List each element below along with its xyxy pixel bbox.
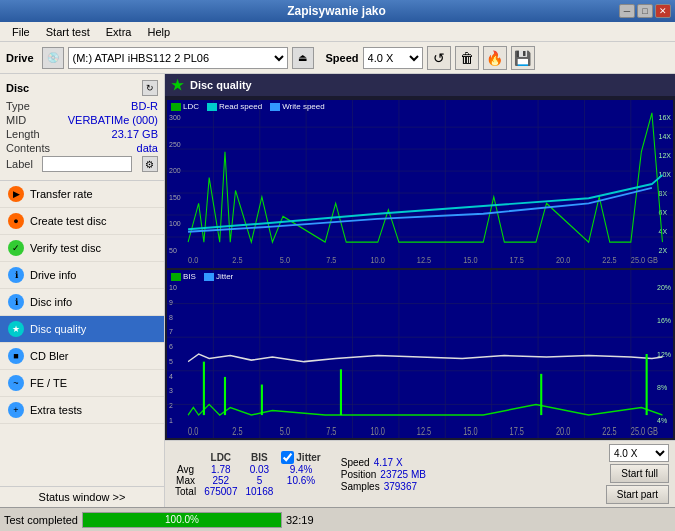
start-part-button[interactable]: Start part: [606, 485, 669, 504]
speed-select[interactable]: 4.0 X: [363, 47, 423, 69]
sidebar-item-create-test-disc[interactable]: ● Create test disc: [0, 208, 164, 235]
chart2: BIS Jitter 20% 16% 12% 8% 4% 10 9 8 7: [167, 270, 673, 438]
quality-header: ★ Disc quality: [165, 74, 675, 96]
menu-extra[interactable]: Extra: [98, 24, 140, 40]
speed-info: Speed 4.17 X Position 23725 MB Samples 3…: [341, 457, 426, 492]
window-title: Zapisywanie jako: [54, 4, 619, 18]
eject-button[interactable]: ⏏: [292, 47, 314, 69]
disc-type-value: BD-R: [131, 100, 158, 112]
svg-text:2.5: 2.5: [232, 255, 243, 265]
samples-val: 379367: [384, 481, 417, 492]
menu-start-test[interactable]: Start test: [38, 24, 98, 40]
total-ldc: 675007: [200, 486, 241, 497]
nav-items: ▶ Transfer rate ● Create test disc ✓ Ver…: [0, 181, 164, 424]
save-button[interactable]: 💾: [511, 46, 535, 70]
sidebar-item-disc-quality[interactable]: ★ Disc quality: [0, 316, 164, 343]
svg-text:17.5: 17.5: [510, 426, 524, 438]
sidebar-item-extra-tests[interactable]: + Extra tests: [0, 397, 164, 424]
speed-row: Speed 4.17 X: [341, 457, 426, 468]
disc-contents-value: data: [137, 142, 158, 154]
chart1: LDC Read speed Write speed 16X 14X 12X 1…: [167, 100, 673, 268]
disc-label-input[interactable]: [42, 156, 132, 172]
label-gear-button[interactable]: ⚙: [142, 156, 158, 172]
stats-col-empty: [171, 451, 200, 464]
speed-val: 4.17 X: [374, 457, 403, 468]
legend-read-speed-label: Read speed: [219, 102, 262, 111]
chart1-legend: LDC Read speed Write speed: [171, 102, 325, 111]
legend-bis: BIS: [171, 272, 196, 281]
samples-row: Samples 379367: [341, 481, 426, 492]
samples-key: Samples: [341, 481, 380, 492]
svg-text:5.0: 5.0: [280, 255, 291, 265]
position-key: Position: [341, 469, 377, 480]
disc-mid-label: MID: [6, 114, 26, 126]
transfer-rate-icon: ▶: [8, 186, 24, 202]
svg-text:22.5: 22.5: [602, 255, 617, 265]
avg-label: Avg: [171, 464, 200, 475]
speed-label: Speed: [326, 52, 359, 64]
max-label: Max: [171, 475, 200, 486]
svg-text:7.5: 7.5: [326, 426, 336, 438]
svg-text:2.5: 2.5: [232, 426, 242, 438]
svg-text:20.0: 20.0: [556, 426, 570, 438]
sidebar: Disc ↻ Type BD-R MID VERBATIMe (000) Len…: [0, 74, 165, 507]
main-layout: Disc ↻ Type BD-R MID VERBATIMe (000) Len…: [0, 74, 675, 507]
total-label: Total: [171, 486, 200, 497]
legend-write-speed-label: Write speed: [282, 102, 325, 111]
drive-select[interactable]: (M:) ATAPI iHBS112 2 PL06: [68, 47, 288, 69]
avg-ldc: 1.78: [200, 464, 241, 475]
disc-section: Disc ↻ Type BD-R MID VERBATIMe (000) Len…: [0, 74, 164, 181]
chart2-svg: 0.0 2.5 5.0 7.5 10.0 12.5 15.0 17.5 20.0…: [167, 270, 673, 438]
burn-button[interactable]: 🔥: [483, 46, 507, 70]
sidebar-item-verify-test-disc[interactable]: ✓ Verify test disc: [0, 235, 164, 262]
svg-text:20.0: 20.0: [556, 255, 571, 265]
jitter-label: Jitter: [296, 452, 320, 463]
start-full-button[interactable]: Start full: [610, 464, 669, 483]
maximize-button[interactable]: □: [637, 4, 653, 18]
sidebar-item-disc-info[interactable]: ℹ Disc info: [0, 289, 164, 316]
sidebar-item-transfer-rate[interactable]: ▶ Transfer rate: [0, 181, 164, 208]
drive-bar: Drive 💿 (M:) ATAPI iHBS112 2 PL06 ⏏ Spee…: [0, 42, 675, 74]
extra-tests-icon: +: [8, 402, 24, 418]
refresh-button[interactable]: ↺: [427, 46, 451, 70]
sidebar-item-drive-info[interactable]: ℹ Drive info: [0, 262, 164, 289]
legend-ldc-label: LDC: [183, 102, 199, 111]
verify-test-disc-label: Verify test disc: [30, 242, 101, 254]
svg-text:15.0: 15.0: [463, 426, 477, 438]
minimize-button[interactable]: ─: [619, 4, 635, 18]
stats-col-bis: BIS: [242, 451, 278, 464]
sidebar-item-fe-te[interactable]: ~ FE / TE: [0, 370, 164, 397]
chart1-svg: 0.0 2.5 5.0 7.5 10.0 12.5 15.0 17.5 20.0…: [167, 100, 673, 268]
avg-jitter: 9.4%: [277, 464, 324, 475]
stats-bar: LDC BIS Jitter Avg 1.78 0.03 9.4%: [165, 440, 675, 507]
status-window-button[interactable]: Status window >>: [0, 486, 164, 507]
legend-read-speed: Read speed: [207, 102, 262, 111]
speed-select2[interactable]: 4.0 X: [609, 444, 669, 462]
max-ldc: 252: [200, 475, 241, 486]
quality-header-icon: ★: [171, 77, 184, 93]
svg-text:10.0: 10.0: [370, 426, 384, 438]
speed-key: Speed: [341, 457, 370, 468]
menu-file[interactable]: File: [4, 24, 38, 40]
drive-icon: 💿: [42, 47, 64, 69]
cd-bler-label: CD Bler: [30, 350, 69, 362]
svg-text:10.0: 10.0: [370, 255, 385, 265]
jitter-checkbox[interactable]: [281, 451, 294, 464]
content-area: ★ Disc quality LDC Read speed Write spee…: [165, 74, 675, 507]
drive-label: Drive: [6, 52, 34, 64]
menu-help[interactable]: Help: [139, 24, 178, 40]
disc-info-icon: ℹ: [8, 294, 24, 310]
disc-refresh-button[interactable]: ↻: [142, 80, 158, 96]
disc-mid-value: VERBATIMe (000): [68, 114, 158, 126]
svg-text:22.5: 22.5: [602, 426, 616, 438]
legend-write-speed: Write speed: [270, 102, 325, 111]
sidebar-item-cd-bler[interactable]: ■ CD Bler: [0, 343, 164, 370]
legend-jitter: Jitter: [204, 272, 233, 281]
close-button[interactable]: ✕: [655, 4, 671, 18]
extra-tests-label: Extra tests: [30, 404, 82, 416]
svg-text:17.5: 17.5: [510, 255, 525, 265]
quality-title: Disc quality: [190, 79, 252, 91]
disc-length-value: 23.17 GB: [112, 128, 158, 140]
svg-text:25.0 GB: 25.0 GB: [631, 255, 659, 265]
erase-button[interactable]: 🗑: [455, 46, 479, 70]
